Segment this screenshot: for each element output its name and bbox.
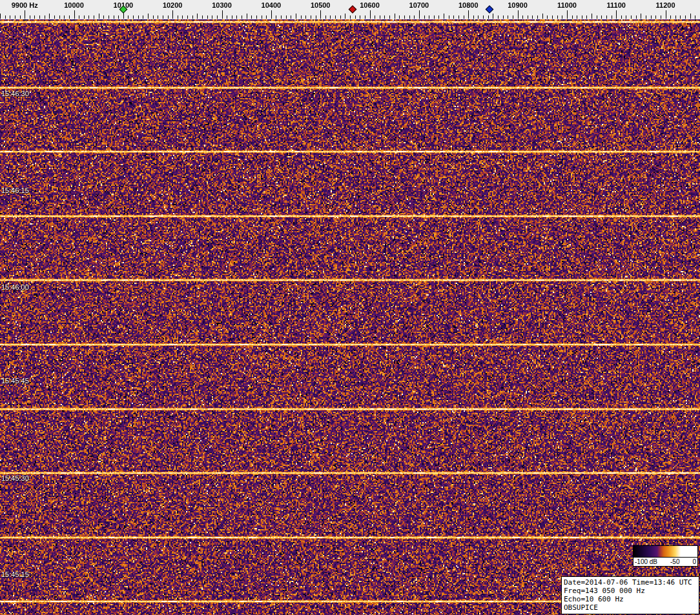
time-label: 15:45:45	[1, 377, 29, 385]
freq-tick-label: 9900 Hz	[12, 1, 38, 9]
spectrogram-window: 9900 Hz100001010010200103001040010500106…	[0, 0, 700, 615]
frequency-ruler: 9900 Hz100001010010200103001040010500106…	[0, 0, 700, 19]
time-label: 15:46:00	[1, 283, 29, 291]
legend-mid-label: -50	[670, 558, 679, 565]
freq-tick-label: 10500	[311, 1, 331, 9]
legend-min-label: -100 dB	[635, 558, 657, 565]
time-label: 15:46:15	[1, 187, 29, 194]
color-scale-legend: -100 dB -50 0	[633, 545, 698, 567]
info-echo-freq: Echo=10 600 Hz	[564, 595, 697, 603]
status-info-box: Date=2014-07-06 Time=13:46 UTC Freq=143 …	[561, 576, 699, 614]
info-frequency: Freq=143 050 000 Hz	[564, 587, 697, 595]
color-scale-gradient	[633, 546, 697, 558]
freq-tick-label: 11200	[656, 1, 675, 9]
freq-tick-label: 10900	[508, 1, 528, 9]
freq-tick-label: 11000	[557, 1, 577, 9]
time-label: 15:45:30	[1, 474, 29, 482]
freq-tick-label: 10300	[212, 1, 232, 9]
time-label: 15:46:30	[1, 90, 29, 97]
info-observatory: OBSUPICE	[564, 603, 697, 612]
freq-tick-label: 10200	[163, 1, 183, 9]
color-scale-labels: -100 dB -50 0	[633, 558, 697, 566]
freq-tick-label: 10400	[262, 1, 282, 9]
freq-tick-label: 11100	[607, 1, 626, 9]
freq-tick-label: 10000	[64, 1, 84, 9]
info-date-time: Date=2014-07-06 Time=13:46 UTC	[564, 578, 697, 587]
legend-max-label: 0	[692, 558, 696, 565]
freq-tick-label: 10800	[458, 1, 479, 9]
time-label: 15:45:15	[1, 570, 29, 578]
waterfall-display: 15:46:3015:46:1515:46:0015:45:4515:45:30…	[0, 19, 700, 615]
freq-tick-label: 10700	[409, 1, 429, 9]
freq-tick-label: 10600	[360, 1, 380, 9]
waterfall-canvas[interactable]	[0, 19, 700, 615]
